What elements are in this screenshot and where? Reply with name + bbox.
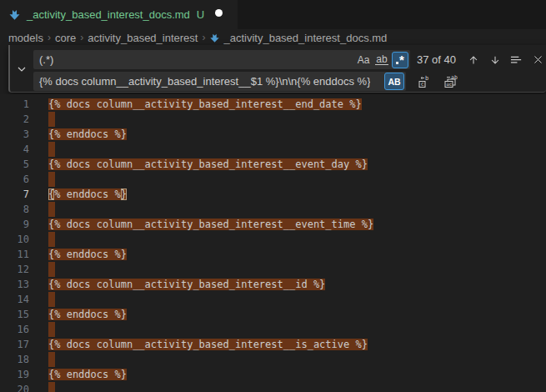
- line-content: {% enddocs %}: [48, 249, 127, 260]
- newline-match-highlight: [48, 232, 55, 247]
- tab-bar: _activity_based_interest_docs.md U: [0, 0, 546, 29]
- newline-match-highlight: [48, 202, 55, 217]
- toggle-replace-chevron-icon[interactable]: [15, 63, 28, 76]
- line-number: 18: [0, 354, 29, 365]
- editor-line[interactable]: 4: [0, 142, 546, 157]
- line-content: [48, 322, 55, 337]
- svg-text:ab: ab: [451, 74, 458, 81]
- newline-match-highlight: [48, 352, 55, 367]
- find-input[interactable]: (.*) Aa ab *: [33, 50, 410, 69]
- editor-line[interactable]: 13{% docs column__activity_based_interes…: [0, 277, 546, 292]
- line-number: 11: [0, 249, 29, 260]
- previous-match-button[interactable]: [464, 51, 482, 68]
- breadcrumb-item-folder[interactable]: activity_based_interest: [88, 32, 198, 44]
- editor-line[interactable]: 16: [0, 322, 546, 337]
- line-number: 1: [0, 98, 29, 110]
- find-replace-widget: (.*) Aa ab * 37 of 40: [8, 45, 546, 93]
- chevron-right-icon: ›: [48, 32, 51, 43]
- replace-input[interactable]: {% docs column__activity_based_interest_…: [33, 72, 406, 91]
- newline-match-highlight: [48, 172, 55, 187]
- editor-line[interactable]: 5{% docs column__activity_based_interest…: [0, 157, 546, 172]
- regex-button[interactable]: *: [392, 52, 408, 68]
- replace-value: {% docs column__activity_based_interest_…: [33, 75, 370, 88]
- line-content: [48, 292, 55, 307]
- line-number: 15: [0, 309, 29, 320]
- line-content: [48, 112, 55, 127]
- newline-match-highlight: [48, 292, 55, 307]
- tab-filename: _activity_based_interest_docs.md: [27, 8, 190, 21]
- editor-line[interactable]: 17{% docs column__activity_based_interes…: [0, 337, 546, 352]
- editor-line[interactable]: 15{% enddocs %}: [0, 307, 546, 322]
- find-in-selection-button[interactable]: [508, 51, 525, 68]
- markdown-file-icon: [209, 33, 220, 43]
- line-content: {% docs column__activity_based_interest_…: [48, 279, 325, 290]
- editor-line[interactable]: 18: [0, 352, 546, 367]
- editor-line[interactable]: 1{% docs column__activity_based_interest…: [0, 97, 546, 112]
- line-number: 5: [0, 158, 29, 170]
- line-number: 16: [0, 324, 29, 335]
- line-content: {% docs column__activity_based_interest_…: [48, 219, 373, 230]
- preserve-case-button[interactable]: AB: [384, 73, 404, 90]
- svg-text:c: c: [420, 81, 423, 88]
- editor-line[interactable]: 6: [0, 172, 546, 187]
- git-status-badge: U: [197, 8, 204, 21]
- line-number: 10: [0, 234, 29, 245]
- editor-line[interactable]: 3{% enddocs %}: [0, 127, 546, 142]
- close-find-widget-button[interactable]: [529, 51, 546, 68]
- editor-line[interactable]: 9{% docs column__activity_based_interest…: [0, 217, 546, 232]
- newline-match-highlight: [48, 322, 55, 337]
- line-content: [48, 172, 55, 187]
- chevron-right-icon: ›: [80, 32, 83, 43]
- line-number: 19: [0, 369, 29, 380]
- unsaved-changes-dot[interactable]: [215, 9, 223, 17]
- line-number: 2: [0, 113, 29, 125]
- line-number: 14: [0, 294, 29, 305]
- line-number: 20: [0, 384, 29, 392]
- editor-line[interactable]: 20: [0, 382, 546, 392]
- line-number: 8: [0, 204, 29, 215]
- editor-line[interactable]: 7{% enddocs %}: [0, 187, 546, 202]
- editor-line[interactable]: 8: [0, 202, 546, 217]
- match-case-button[interactable]: Aa: [355, 52, 372, 68]
- breadcrumb-item-file[interactable]: _activity_based_interest_docs.md: [223, 32, 387, 44]
- markdown-file-icon: [8, 8, 21, 21]
- editor-line[interactable]: 14: [0, 292, 546, 307]
- line-content: {% enddocs %}: [48, 309, 127, 320]
- line-number: 13: [0, 279, 29, 290]
- whole-word-button[interactable]: ab: [373, 52, 390, 68]
- newline-match-highlight: [48, 142, 55, 157]
- editor-line[interactable]: 10: [0, 232, 546, 247]
- replace-button[interactable]: b c: [415, 73, 433, 90]
- line-number: 3: [0, 128, 29, 140]
- replace-all-button[interactable]: ab ac: [442, 73, 459, 90]
- next-match-button[interactable]: [486, 51, 503, 68]
- line-number: 6: [0, 173, 29, 185]
- line-content: [48, 202, 55, 217]
- editor-line[interactable]: 19{% enddocs %}: [0, 367, 546, 382]
- line-content: {% enddocs %}: [48, 188, 127, 200]
- line-content: [48, 262, 55, 277]
- svg-text:ac: ac: [446, 81, 453, 87]
- editor-line[interactable]: 2: [0, 112, 546, 127]
- newline-match-highlight: [48, 112, 55, 127]
- breadcrumb-item-models[interactable]: models: [8, 32, 43, 44]
- breadcrumb: models › core › activity_based_interest …: [0, 29, 546, 46]
- editor-content[interactable]: 1{% docs column__activity_based_interest…: [0, 94, 546, 392]
- line-content: {% docs column__activity_based_interest_…: [48, 158, 368, 170]
- line-content: {% enddocs %}: [48, 369, 127, 380]
- vscode-window: _activity_based_interest_docs.md U model…: [0, 0, 546, 392]
- line-content: [48, 232, 55, 247]
- chevron-right-icon: ›: [202, 32, 205, 43]
- newline-match-highlight: [48, 262, 55, 277]
- line-number: 17: [0, 339, 29, 350]
- breadcrumb-item-core[interactable]: core: [55, 32, 76, 44]
- editor-line[interactable]: 11{% enddocs %}: [0, 247, 546, 262]
- line-content: [48, 352, 55, 367]
- line-content: [48, 382, 55, 392]
- line-content: {% docs column__activity_based_interest_…: [48, 339, 368, 350]
- line-content: [48, 142, 55, 157]
- editor-line[interactable]: 12: [0, 262, 546, 277]
- line-content: {% docs column__activity_based_interest_…: [48, 98, 362, 110]
- editor-tab[interactable]: _activity_based_interest_docs.md U: [0, 0, 238, 29]
- newline-match-highlight: [48, 382, 55, 392]
